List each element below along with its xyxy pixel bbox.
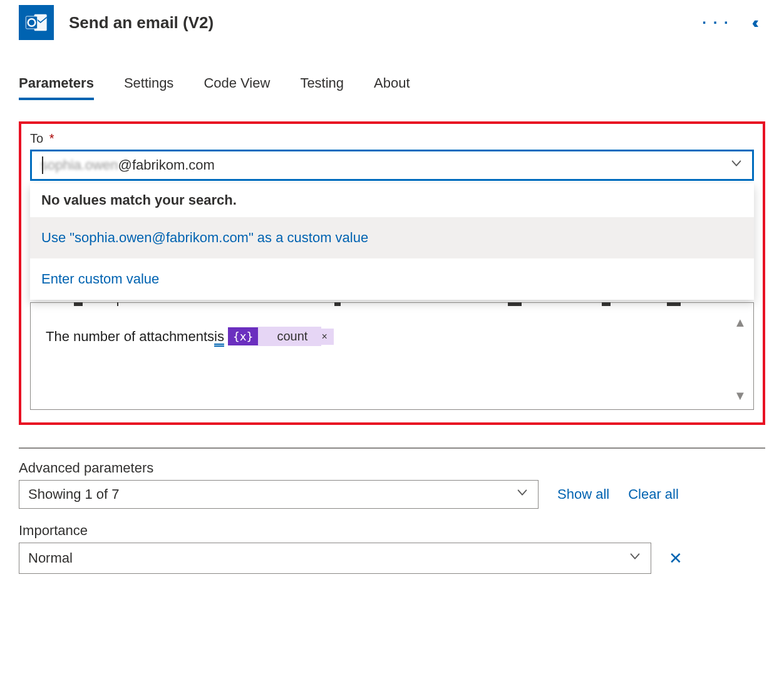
expression-remove-icon[interactable]: × <box>321 329 333 345</box>
parameters-highlight-box: To * sophia.owen@fabrikom.com No values … <box>19 121 765 425</box>
stepper-up-icon[interactable]: ▲ <box>731 315 750 330</box>
stepper-down-icon[interactable]: ▼ <box>731 389 750 403</box>
tab-bar: Parameters Settings Code View Testing Ab… <box>19 75 765 100</box>
required-marker: * <box>49 131 54 145</box>
expression-token[interactable]: {x} count × <box>228 327 334 346</box>
outlook-icon <box>19 5 54 40</box>
dropdown-no-match: No values match your search. <box>30 183 754 217</box>
advanced-params-value: Showing 1 of 7 <box>28 486 120 503</box>
expression-name: count <box>258 327 321 346</box>
body-editor[interactable]: The number of attachments is {x} count ×… <box>30 302 754 410</box>
tab-settings[interactable]: Settings <box>124 75 174 100</box>
show-all-link[interactable]: Show all <box>557 486 609 503</box>
action-title: Send an email (V2) <box>69 13 687 33</box>
dropdown-enter-custom[interactable]: Enter custom value <box>30 258 754 300</box>
importance-value: Normal <box>28 550 73 566</box>
clear-all-link[interactable]: Clear all <box>628 486 679 503</box>
to-input[interactable]: sophia.owen@fabrikom.com <box>30 150 754 181</box>
section-divider <box>19 447 765 449</box>
tab-testing[interactable]: Testing <box>300 75 344 100</box>
tab-code-view[interactable]: Code View <box>204 75 270 100</box>
to-input-redacted: sophia.owen <box>41 157 118 173</box>
importance-label: Importance <box>19 523 765 539</box>
expression-icon: {x} <box>228 327 259 345</box>
toolbar-remnant <box>31 302 753 306</box>
to-label-text: To <box>30 131 43 145</box>
advanced-params-label: Advanced parameters <box>19 460 765 476</box>
tab-about[interactable]: About <box>374 75 410 100</box>
body-text-prefix: The number of attachments <box>46 329 214 345</box>
tab-parameters[interactable]: Parameters <box>19 75 94 100</box>
more-menu-icon[interactable]: · · · <box>702 14 729 31</box>
body-text: The number of attachments is {x} count × <box>46 327 718 346</box>
collapse-panel-icon[interactable]: ‹‹ <box>752 13 755 33</box>
chevron-down-icon[interactable] <box>515 486 529 503</box>
text-caret <box>42 156 43 174</box>
remove-importance-button[interactable]: ✕ <box>663 546 689 571</box>
to-dropdown: No values match your search. Use "sophia… <box>30 183 754 300</box>
body-text-is: is <box>214 329 224 345</box>
advanced-params-select[interactable]: Showing 1 of 7 <box>19 480 539 509</box>
to-input-visible: @fabrikom.com <box>118 157 215 173</box>
dropdown-use-custom[interactable]: Use "sophia.owen@fabrikom.com" as a cust… <box>30 217 754 258</box>
importance-select[interactable]: Normal <box>19 543 651 574</box>
to-label: To * <box>30 131 754 146</box>
body-stepper: ▲ ▼ <box>731 315 750 403</box>
chevron-down-icon[interactable] <box>628 549 642 567</box>
chevron-down-icon[interactable] <box>730 156 743 174</box>
